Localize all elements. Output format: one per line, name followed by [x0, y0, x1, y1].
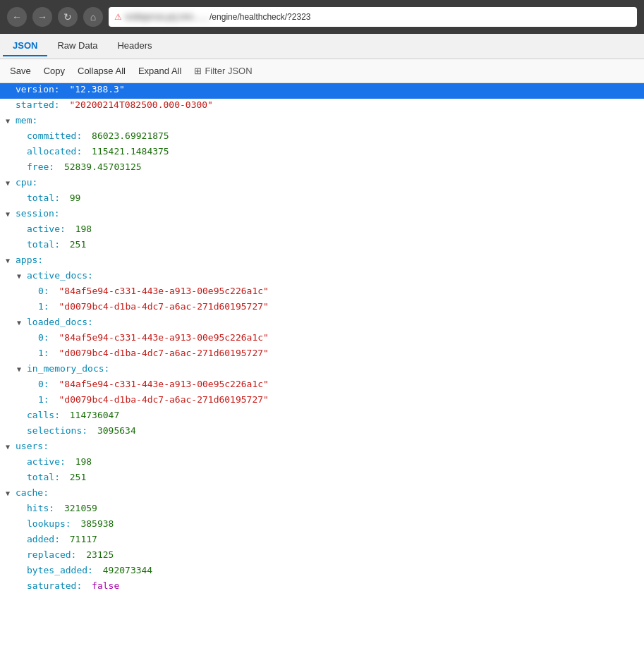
toggle-empty-calls	[17, 412, 27, 420]
json-row-mem_committed[interactable]: committed: 86023.69921875	[0, 130, 644, 145]
value-selections: 3095634	[97, 425, 136, 436]
json-row-in_memory_docs_0[interactable]: 0: "84af5e94-c331-443e-a913-00e95c226a1c…	[0, 378, 644, 393]
key-version: version:	[16, 84, 60, 94]
json-row-selections[interactable]: selections: 3095634	[0, 425, 644, 440]
key-in_memory_docs: in_memory_docs:	[27, 363, 109, 374]
toggle-empty-active_docs_1	[28, 303, 38, 311]
key-users_total: total:	[27, 472, 60, 482]
colon-cache	[49, 487, 54, 498]
nav-forward-button[interactable]: →	[32, 7, 52, 27]
browser-chrome: ← → ↻ ⌂ ⚠ ncldsprcss.prj.mm....... /engi…	[0, 0, 644, 34]
toggle-cache[interactable]: ▼	[6, 489, 16, 497]
json-row-cache_bytes_added[interactable]: bytes_added: 492073344	[0, 564, 644, 580]
tab-headers[interactable]: Headers	[107, 36, 162, 56]
colon-active_docs_0	[49, 286, 55, 296]
json-row-loaded_docs_0[interactable]: 0: "84af5e94-c331-443e-a913-00e95c226a1c…	[0, 331, 644, 347]
json-row-active_docs_0[interactable]: 0: "84af5e94-c331-443e-a913-00e95c226a1c…	[0, 285, 644, 300]
key-active_docs_1: 1:	[38, 301, 49, 312]
colon-session_total	[60, 239, 66, 250]
json-row-started[interactable]: started: "20200214T082500.000-0300"	[0, 99, 644, 114]
json-row-cache[interactable]: ▼cache:	[0, 487, 644, 502]
json-row-loaded_docs[interactable]: ▼loaded_docs:	[0, 316, 644, 331]
toggle-cpu[interactable]: ▼	[6, 179, 16, 187]
toggle-in_memory_docs[interactable]: ▼	[17, 365, 27, 373]
toggle-empty-cache_hits	[17, 505, 27, 513]
key-cpu: cpu:	[16, 177, 37, 188]
colon-in_memory_docs_0	[49, 379, 55, 389]
json-row-users_active[interactable]: active: 198	[0, 456, 644, 471]
json-row-active_docs[interactable]: ▼active_docs:	[0, 269, 644, 285]
json-row-mem[interactable]: ▼mem:	[0, 114, 644, 130]
toggle-loaded_docs[interactable]: ▼	[17, 319, 27, 327]
json-row-cache_hits[interactable]: hits: 321059	[0, 502, 644, 518]
save-button[interactable]: Save	[6, 64, 35, 78]
toggle-empty-in_memory_docs_0	[28, 381, 38, 389]
json-row-session_total[interactable]: total: 251	[0, 238, 644, 254]
nav-back-button[interactable]: ←	[7, 7, 27, 27]
nav-home-button[interactable]: ⌂	[83, 7, 103, 27]
json-row-apps[interactable]: ▼apps:	[0, 254, 644, 269]
key-mem_committed: committed:	[27, 130, 82, 141]
json-row-cache_added[interactable]: added: 71117	[0, 533, 644, 549]
json-row-cache_lookups[interactable]: lookups: 385938	[0, 518, 644, 533]
toggle-empty-selections	[17, 427, 27, 435]
json-row-cache_replaced[interactable]: replaced: 23125	[0, 549, 644, 564]
expand-all-button[interactable]: Expand All	[134, 64, 186, 78]
key-cache_bytes_added: bytes_added:	[27, 565, 93, 575]
key-cache_replaced: replaced:	[27, 549, 76, 560]
filter-json-button[interactable]: ⊞ Filter JSON	[190, 64, 256, 78]
json-row-calls[interactable]: calls: 114736047	[0, 409, 644, 425]
toggle-session[interactable]: ▼	[6, 210, 16, 218]
value-in_memory_docs_0: "84af5e94-c331-443e-a913-00e95c226a1c"	[59, 379, 268, 389]
json-row-loaded_docs_1[interactable]: 1: "d0079bc4-d1ba-4dc7-a6ac-271d60195727…	[0, 347, 644, 362]
json-row-cpu_total[interactable]: total: 99	[0, 192, 644, 207]
value-cache_bytes_added: 492073344	[103, 565, 152, 575]
url-blurred: ncldsprcss.prj.mm.......	[125, 12, 209, 22]
json-row-users[interactable]: ▼users:	[0, 440, 644, 456]
key-mem_free: free:	[27, 161, 54, 172]
toggle-empty-session_total	[17, 241, 27, 249]
json-row-session_active[interactable]: active: 198	[0, 223, 644, 238]
json-row-version[interactable]: version: "12.388.3"	[0, 83, 644, 99]
json-row-session[interactable]: ▼session:	[0, 207, 644, 223]
toggle-empty-cpu_total	[17, 195, 27, 202]
collapse-all-button[interactable]: Collapse All	[73, 64, 130, 78]
json-row-in_memory_docs[interactable]: ▼in_memory_docs:	[0, 362, 644, 378]
json-viewer: version: "12.388.3" started: "20200214T0…	[0, 83, 644, 595]
toggle-apps[interactable]: ▼	[6, 257, 16, 264]
tab-json[interactable]: JSON	[3, 36, 47, 56]
copy-button[interactable]: Copy	[40, 64, 69, 78]
colon-cache_replaced	[76, 549, 82, 560]
toggle-empty-cache_bytes_added	[17, 567, 27, 575]
toggle-users[interactable]: ▼	[6, 443, 16, 451]
toolbar: Save Copy Collapse All Expand All ⊞ Filt…	[0, 59, 644, 83]
address-bar[interactable]: ⚠ ncldsprcss.prj.mm....... /engine/healt…	[109, 7, 637, 27]
toggle-empty-loaded_docs_1	[28, 350, 38, 358]
value-cache_saturated: false	[92, 580, 119, 591]
key-cache_added: added:	[27, 534, 60, 544]
json-row-mem_allocated[interactable]: allocated: 115421.1484375	[0, 145, 644, 161]
value-active_docs_1: "d0079bc4-d1ba-4dc7-a6ac-271d60195727"	[59, 301, 268, 312]
nav-reload-button[interactable]: ↻	[58, 7, 78, 27]
toggle-active_docs[interactable]: ▼	[17, 272, 27, 280]
colon-active_docs	[93, 270, 99, 281]
key-cache_hits: hits:	[27, 503, 54, 513]
json-row-cache_saturated[interactable]: saturated: false	[0, 580, 644, 595]
toggle-mem[interactable]: ▼	[6, 117, 16, 125]
value-users_active: 198	[75, 456, 92, 467]
toggle-empty-started	[6, 102, 16, 109]
key-loaded_docs_1: 1:	[38, 348, 49, 358]
tab-rawdata[interactable]: Raw Data	[47, 36, 107, 56]
colon-started	[60, 99, 66, 110]
value-mem_free: 52839.45703125	[64, 161, 142, 172]
json-row-active_docs_1[interactable]: 1: "d0079bc4-d1ba-4dc7-a6ac-271d60195727…	[0, 300, 644, 316]
toggle-empty-in_memory_docs_1	[28, 396, 38, 404]
value-version: "12.388.3"	[69, 84, 124, 94]
json-row-in_memory_docs_1[interactable]: 1: "d0079bc4-d1ba-4dc7-a6ac-271d60195727…	[0, 393, 644, 409]
value-mem_allocated: 115421.1484375	[92, 146, 169, 157]
toggle-empty-loaded_docs_0	[28, 334, 38, 342]
json-row-mem_free[interactable]: free: 52839.45703125	[0, 161, 644, 176]
json-row-cpu[interactable]: ▼cpu:	[0, 176, 644, 192]
value-active_docs_0: "84af5e94-c331-443e-a913-00e95c226a1c"	[59, 286, 268, 296]
json-row-users_total[interactable]: total: 251	[0, 471, 644, 487]
